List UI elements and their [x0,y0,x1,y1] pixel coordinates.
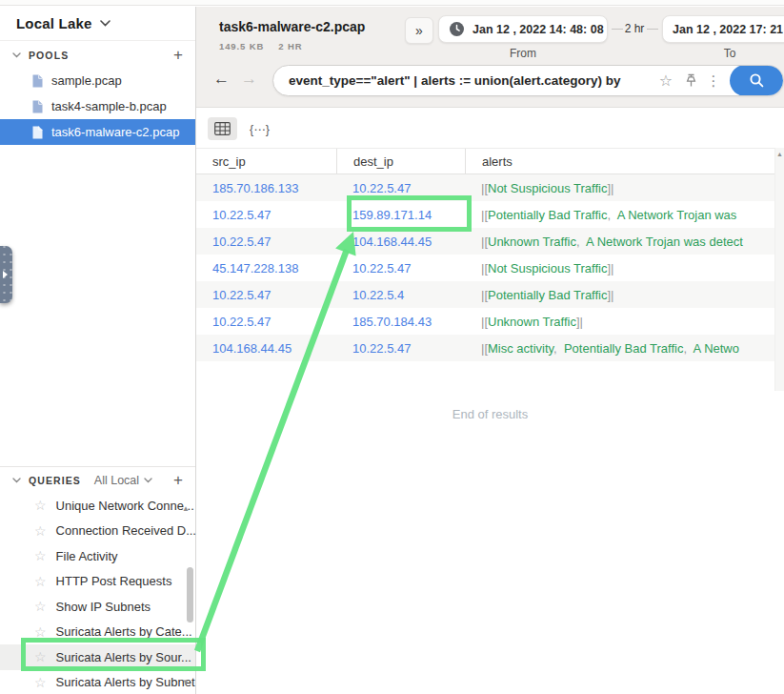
src-ip-value[interactable]: 45.147.228.138 [212,261,298,276]
alert-category: A Network Trojan was detect [586,235,743,249]
dest-ip-value[interactable]: 10.22.5.4 [352,288,404,302]
alerts-value: |[Not Suspicious Traffic]| [465,261,784,276]
star-icon: ☆ [34,600,47,613]
column-header-alerts[interactable]: alerts [465,149,774,174]
window-top-edge [0,0,784,6]
src-ip-value[interactable]: 104.168.44.45 [212,341,291,356]
pool-item[interactable]: task4-sample-b.pcap [0,93,195,119]
alerts-value: |[Misc activity, Potentially Bad Traffic… [465,341,784,356]
src-ip-value[interactable]: 185.70.186.133 [212,181,298,195]
query-list-item[interactable]: ☆Connection Received D... [0,519,195,544]
expand-arrow-icon [3,271,8,278]
star-icon: ☆ [34,524,47,538]
queries-filter-value: All Local [94,474,139,487]
column-header-src-ip[interactable]: src_ip [196,149,336,174]
to-date-picker[interactable]: Jan 12 , 2022 17: 21 [662,15,784,43]
queries-section-header: QUERIES All Local + [0,466,195,493]
alerts-open-bracket: |[ [481,208,488,222]
dest-ip-value[interactable]: 104.168.44.45 [352,235,432,249]
query-list-item[interactable]: ☆File Activity [0,543,195,569]
to-date-value: Jan 12 , 2022 17: 21 [673,23,783,36]
queries-list: ▲ ▼ ☆Unique Network Conne...☆Connection … [0,493,195,694]
query-list-item[interactable]: ☆Suricata Alerts by Cate... [0,620,195,645]
pin-icon[interactable] [678,73,703,88]
alerts-open-bracket: |[ [481,288,488,302]
star-icon: ☆ [34,676,47,689]
pool-item[interactable]: sample.pcap [0,68,195,93]
star-icon: ☆ [34,549,47,562]
dest-ip-value[interactable]: 159.89.171.14 [352,208,432,222]
pools-list: sample.pcaptask4-sample-b.pcaptask6-malw… [0,68,195,145]
table-row: 185.70.186.13310.22.5.47|[Not Suspicious… [196,174,784,201]
query-list-item[interactable]: ☆Suricata Alerts by Sour... [0,644,195,670]
src-ip-value[interactable]: 10.22.5.47 [212,235,271,249]
star-icon: ☆ [34,625,47,639]
json-view-button[interactable]: {⋯} [246,119,273,139]
file-icon [31,126,43,139]
alerts-value: |[Potentially Bad Traffic, A Network Tro… [465,208,784,222]
scroll-down-arrow[interactable]: ▼ [182,678,190,686]
add-pool-button[interactable]: + [173,47,183,63]
dest-ip-value[interactable]: 10.22.5.47 [352,261,411,276]
table-row: 104.168.44.4510.22.5.47|[Misc activity, … [196,335,784,361]
alerts-separator: , [553,341,564,356]
table-row: 45.147.228.13810.22.5.47|[Not Suspicious… [196,255,784,281]
table-grid-icon [214,122,231,135]
scroll-up-arrow[interactable]: ▲ [182,504,190,513]
star-icon[interactable]: ☆ [653,71,678,90]
alert-category: A Network Trojan was [617,208,737,222]
pool-item[interactable]: task6-malware-c2.pcap [0,119,195,145]
query-list-item[interactable]: ☆Show IP Subnets [0,594,195,620]
lake-selector[interactable]: Local Lake [0,7,195,41]
results-scrollbar[interactable]: ▲ [774,148,784,391]
alerts-separator: , [608,208,617,222]
table-view-button[interactable] [208,117,237,140]
history-forward-button[interactable]: → [241,71,257,87]
query-list-item[interactable]: ☆Unique Network Conne... [0,493,195,519]
search-input[interactable] [273,73,653,88]
kebab-menu-icon[interactable]: ⋮ [703,72,724,90]
dest-ip-value[interactable]: 10.22.5.47 [352,181,411,195]
pool-title: task6-malware-c2.pcap [219,19,365,34]
pool-name: sample.pcap [51,73,122,88]
from-label: From [438,47,608,60]
table-row: 10.22.5.47185.70.184.43|[Unknown Traffic… [196,308,784,335]
alerts-value: |[Unknown Traffic]| [465,315,784,329]
chevron-down-icon[interactable] [12,478,21,483]
pool-meta: 149.5 KB 2 HR [219,41,303,51]
alerts-value: |[Unknown Traffic, A Network Trojan was … [465,235,784,249]
queries-filter-dropdown[interactable]: All Local [94,474,152,487]
chevron-down-icon[interactable] [12,52,21,58]
src-ip-value[interactable]: 10.22.5.47 [212,315,271,329]
history-back-button[interactable]: ← [213,71,230,87]
clock-icon [449,21,465,37]
column-header-dest-ip[interactable]: dest_ip [336,149,465,174]
dest-ip-value[interactable]: 10.22.5.47 [352,341,411,356]
from-date-picker[interactable]: Jan 12 , 2022 14: 48: 08 [438,15,608,43]
main-pane: task6-malware-c2.pcap 149.5 KB 2 HR » Ja… [196,7,784,694]
query-list-item[interactable]: ☆HTTP Post Requests [0,569,195,595]
results-pane: {⋯} src_ip dest_ip alerts 185.70.186.133… [196,109,784,694]
pools-section-header: POOLS + [0,42,195,68]
alert-category: Unknown Traffic [488,315,576,329]
scroll-up-arrow[interactable]: ▲ [776,151,783,157]
alerts-close-bracket: ]| [607,261,613,276]
panel-toggle-handle[interactable] [0,246,12,303]
table-row: 10.22.5.47159.89.171.14|[Potentially Bad… [196,201,784,228]
alerts-close-bracket: ]| [576,315,583,329]
query-list-item[interactable]: ☆Suricata Alerts by Subnet [0,670,195,694]
scrollbar-thumb[interactable] [187,567,193,623]
src-ip-value[interactable]: 10.22.5.47 [212,208,271,222]
alert-category: Misc activity [488,341,553,356]
search-button[interactable] [730,65,783,96]
star-icon: ☆ [34,575,47,588]
src-ip-value[interactable]: 10.22.5.47 [212,288,271,302]
expand-timeline-button[interactable]: » [405,17,433,44]
alerts-open-bracket: |[ [481,341,488,356]
pool-size: 149.5 KB [219,41,264,51]
topbar: task6-malware-c2.pcap 149.5 KB 2 HR » Ja… [196,7,784,108]
dest-ip-value[interactable]: 185.70.184.43 [352,315,432,329]
add-query-button[interactable]: + [173,472,183,488]
from-date-value: Jan 12 , 2022 14: 48: 08 [472,23,604,36]
alert-category: Potentially Bad Traffic [488,288,608,302]
